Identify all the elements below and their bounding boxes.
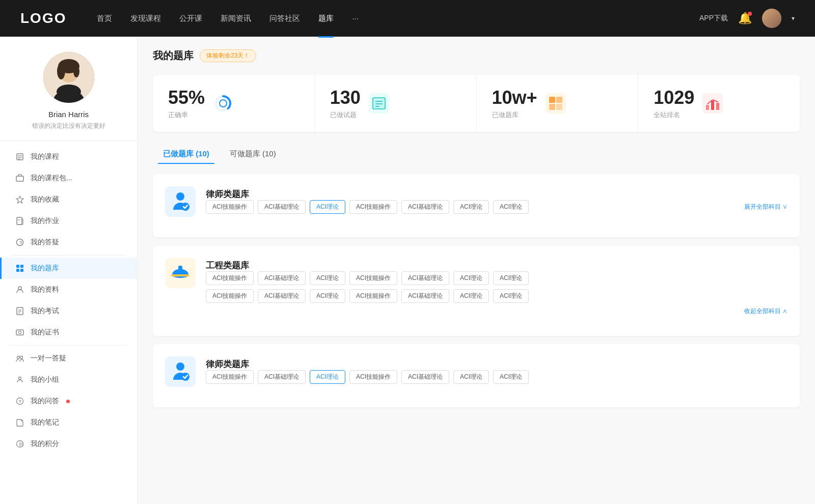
points-icon: 积 [15, 439, 24, 449]
nav-right: APP下载 🔔 ▾ [699, 9, 795, 28]
collapse-link-2[interactable]: 收起全部科目 ∧ [206, 307, 787, 316]
tag-item[interactable]: ACI基础理论 [258, 200, 306, 214]
menu-notes[interactable]: 我的笔记 [0, 412, 137, 433]
nav-bank[interactable]: 题库 [318, 12, 334, 25]
menu-label: 我的作业 [31, 216, 59, 226]
trial-badge: 体验剩余23天！ [200, 49, 256, 62]
menu-homework[interactable]: 我的作业 [0, 210, 137, 232]
tag-item[interactable]: ACI理论 [453, 370, 489, 384]
svg-marker-12 [16, 196, 23, 203]
svg-point-29 [20, 356, 23, 359]
tag-item[interactable]: ACI技能操作 [349, 200, 397, 214]
tab-done[interactable]: 已做题库 (10) [153, 144, 220, 164]
svg-rect-13 [17, 217, 22, 225]
menu-course-package[interactable]: 我的课程包... [0, 167, 137, 189]
bank-icon-3 [165, 356, 196, 387]
tab-todo[interactable]: 可做题库 (10) [220, 144, 286, 164]
bank-card-3-header: 律师类题库 ACI技能操作 ACI基础理论 ACI理论 ACI技能操作 ACI基… [165, 356, 787, 387]
nav-qa[interactable]: 问答社区 [269, 12, 300, 25]
tag-item[interactable]: ACI理论 [493, 200, 529, 214]
tag-item[interactable]: ACI技能操作 [206, 289, 254, 303]
menu-label: 我的积分 [31, 439, 59, 449]
svg-rect-17 [16, 265, 19, 268]
tag-item[interactable]: ACI技能操作 [349, 289, 397, 303]
menu-group[interactable]: 我的小组 [0, 369, 137, 390]
svg-rect-11 [16, 176, 23, 181]
avatar[interactable] [762, 9, 781, 28]
stat-value-ranking: 1029 全站排名 [654, 87, 694, 120]
menu-certificate[interactable]: 我的证书 [0, 322, 137, 343]
nav-discover[interactable]: 发现课程 [130, 12, 161, 25]
tag-item[interactable]: ACI基础理论 [258, 271, 306, 285]
accuracy-value: 55% [168, 87, 205, 108]
ranking-icon [702, 93, 723, 114]
stat-ranking: 1029 全站排名 [638, 75, 800, 132]
accuracy-icon [213, 93, 233, 114]
ranking-label: 全站排名 [654, 110, 694, 120]
menu-my-course[interactable]: 我的课程 [0, 146, 137, 167]
tag-item[interactable]: ACI理论 [310, 289, 345, 303]
menu-my-qa[interactable]: ? 我的问答 [0, 390, 137, 412]
menu-favorites[interactable]: 我的收藏 [0, 189, 137, 210]
svg-text:?: ? [19, 240, 22, 245]
main-content: 我的题库 体验剩余23天！ 55% 正确率 [138, 37, 815, 504]
user-dropdown-arrow[interactable]: ▾ [792, 15, 795, 22]
tag-item[interactable]: ACI基础理论 [401, 200, 449, 214]
tag-item[interactable]: ACI技能操作 [349, 271, 397, 285]
menu-exam[interactable]: 我的考试 [0, 300, 137, 322]
tag-item[interactable]: ACI理论 [453, 200, 489, 214]
svg-rect-54 [178, 266, 182, 270]
tag-item[interactable]: ACI理论 [453, 289, 489, 303]
stat-value-banks: 10w+ 已做题库 [492, 87, 537, 120]
tag-item[interactable]: ACI技能操作 [349, 370, 397, 384]
avatar-image [762, 9, 781, 28]
tag-item[interactable]: ACI基础理论 [401, 271, 449, 285]
menu-profile[interactable]: 我的资料 [0, 279, 137, 300]
svg-rect-49 [716, 103, 719, 110]
menu-label: 我的资料 [31, 285, 59, 294]
star-icon [15, 195, 24, 204]
tag-item-active[interactable]: ACI理论 [310, 370, 345, 384]
tag-item[interactable]: ACI理论 [453, 271, 489, 285]
tag-item[interactable]: ACI理论 [493, 289, 529, 303]
notes-icon [15, 418, 24, 427]
menu-points[interactable]: 积 我的积分 [0, 433, 137, 455]
nav-more[interactable]: ··· [352, 12, 359, 25]
tag-item[interactable]: ACI基础理论 [401, 289, 449, 303]
tag-item[interactable]: ACI基础理论 [401, 370, 449, 384]
tag-item[interactable]: ACI技能操作 [206, 200, 254, 214]
tags-group-2a: ACI技能操作 ACI基础理论 ACI理论 ACI技能操作 ACI基础理论 AC… [206, 271, 787, 285]
tag-item-active[interactable]: ACI理论 [310, 200, 345, 214]
app-download[interactable]: APP下载 [699, 14, 728, 23]
bank-name-3: 律师类题库 [206, 356, 787, 370]
cert-icon [15, 328, 24, 337]
menu-label: 我的题库 [31, 264, 59, 273]
menu-label: 我的证书 [31, 328, 59, 337]
bell-button[interactable]: 🔔 [738, 12, 752, 25]
stat-value-questions: 130 已做试题 [330, 87, 361, 120]
tag-item[interactable]: ACI基础理论 [258, 289, 306, 303]
tag-item[interactable]: ACI理论 [493, 271, 529, 285]
stat-banks: 10w+ 已做题库 [477, 75, 639, 132]
tag-item[interactable]: ACI理论 [310, 271, 345, 285]
svg-rect-43 [549, 97, 555, 103]
sidebar-menu: 我的课程 我的课程包... 我的收藏 我的作业 [0, 141, 137, 460]
tag-item[interactable]: ACI基础理论 [258, 370, 306, 384]
bank-card-1: 律师类题库 ACI技能操作 ACI基础理论 ACI理论 ACI技能操作 ACI基… [153, 174, 800, 237]
expand-link-1[interactable]: 展开全部科目 ∨ [744, 203, 787, 211]
nav-news[interactable]: 新闻资讯 [221, 12, 251, 25]
profile-name: Brian Harris [48, 110, 89, 119]
tags-row-3: ACI技能操作 ACI基础理论 ACI理论 ACI技能操作 ACI基础理论 AC… [206, 370, 787, 384]
tag-item[interactable]: ACI理论 [493, 370, 529, 384]
svg-rect-38 [373, 98, 385, 109]
menu-label: 我的笔记 [31, 418, 59, 427]
tag-item[interactable]: ACI技能操作 [206, 370, 254, 384]
tab-done-label: 已做题库 (10) [163, 149, 209, 158]
nav-open[interactable]: 公开课 [179, 12, 202, 25]
tag-item[interactable]: ACI技能操作 [206, 271, 254, 285]
menu-bank[interactable]: 我的题库 [0, 258, 137, 279]
nav-home[interactable]: 首页 [97, 12, 112, 25]
menu-one-on-one[interactable]: 一对一答疑 [0, 348, 137, 369]
menu-label: 我的课程包... [31, 174, 72, 183]
menu-qa[interactable]: ? 我的答疑 [0, 232, 137, 253]
